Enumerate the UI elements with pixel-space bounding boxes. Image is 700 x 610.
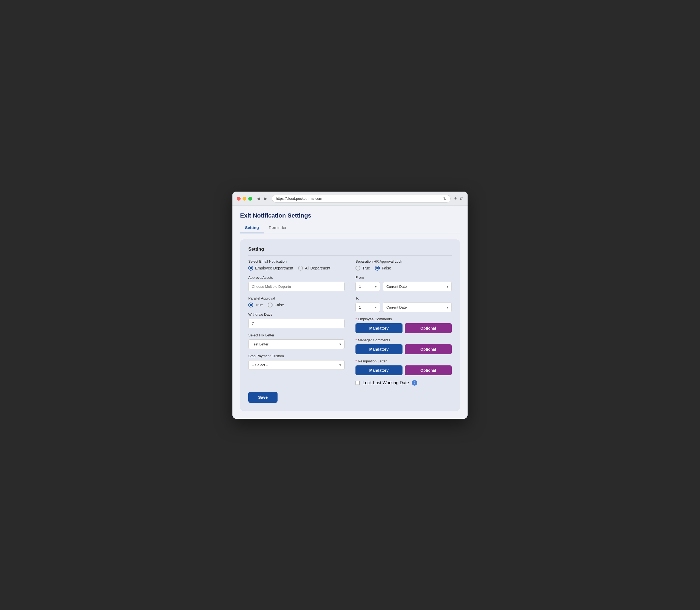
from-row: 12345 ▾ Current DateJoining DateLast Wor… xyxy=(356,282,452,291)
hr-letter-section: Select HR Letter Test Letter Option 2 ▾ xyxy=(248,333,344,349)
from-date-select[interactable]: Current DateJoining DateLast Working Dat… xyxy=(383,282,452,291)
stop-payment-select[interactable]: -- Select -- Option 1 Option 2 xyxy=(248,360,344,370)
radio-sep-false-label: False xyxy=(382,266,391,270)
traffic-lights xyxy=(237,197,252,200)
new-tab-icon[interactable]: + xyxy=(454,196,457,202)
radio-sep-false-circle xyxy=(375,266,380,271)
manager-comments-label: Manager Comments xyxy=(356,338,452,342)
separation-lock-section: Separation HR Approval Lock True False xyxy=(356,259,452,271)
page-title: Exit Notification Settings xyxy=(240,212,460,219)
resignation-letter-section: Resignation Letter Mandatory Optional xyxy=(356,359,452,375)
resignation-letter-label: Resignation Letter xyxy=(356,359,452,363)
browser-content: Exit Notification Settings Setting Remin… xyxy=(232,206,468,419)
employee-comments-label: Employee Comments xyxy=(356,317,452,321)
from-number-select[interactable]: 12345 xyxy=(356,282,380,291)
help-icon[interactable]: ? xyxy=(412,380,417,386)
url-text: https://cloud.pockethrms.com xyxy=(276,196,322,200)
to-row: 12345 ▾ Current DateJoining DateLast Wor… xyxy=(356,303,452,312)
browser-window: ◀ ▶ https://cloud.pockethrms.com ↻ + ⧉ E… xyxy=(232,192,468,419)
approva-assets-input[interactable] xyxy=(248,282,344,291)
tab-reminder[interactable]: Reminder xyxy=(264,223,292,234)
radio-sep-false[interactable]: False xyxy=(375,266,391,271)
email-notification-section: Select Email Notification Employee Depar… xyxy=(248,259,344,271)
from-section: From 12345 ▾ Current DateJoining DateLa xyxy=(356,275,452,291)
hr-letter-label: Select HR Letter xyxy=(248,333,344,337)
browser-actions: + ⧉ xyxy=(454,196,463,202)
parallel-approval-label: Parallel Approval xyxy=(248,296,344,300)
lock-last-working-label: Lock Last Working Date xyxy=(362,381,409,385)
stop-payment-select-wrapper: -- Select -- Option 1 Option 2 ▾ xyxy=(248,360,344,370)
from-label: From xyxy=(356,275,452,279)
to-date-wrapper: Current DateJoining DateLast Working Dat… xyxy=(383,303,452,312)
radio-sep-true-circle xyxy=(356,266,360,271)
withdraw-days-input[interactable] xyxy=(248,319,344,328)
withdraw-days-label: Withdraw Days xyxy=(248,312,344,317)
email-notification-radio-group: Employee Department All Department xyxy=(248,266,344,271)
radio-parallel-true-circle xyxy=(248,303,253,307)
back-button[interactable]: ◀ xyxy=(255,195,261,202)
employee-comments-section: Employee Comments Mandatory Optional xyxy=(356,317,452,333)
radio-all-dept-circle xyxy=(298,266,303,271)
left-column: Select Email Notification Employee Depar… xyxy=(248,259,344,386)
radio-sep-true[interactable]: True xyxy=(356,266,370,271)
radio-employee-department[interactable]: Employee Department xyxy=(248,266,293,271)
lock-last-working-checkbox[interactable] xyxy=(356,381,360,385)
radio-employee-dept-circle xyxy=(248,266,253,271)
reload-icon[interactable]: ↻ xyxy=(443,196,447,201)
from-date-wrapper: Current DateJoining DateLast Working Dat… xyxy=(383,282,452,291)
radio-all-dept-label: All Department xyxy=(305,266,330,270)
manager-comments-btn-group: Mandatory Optional xyxy=(356,344,452,354)
to-section: To 12345 ▾ Current DateJoining DateLast xyxy=(356,296,452,312)
email-notification-label: Select Email Notification xyxy=(248,259,344,263)
withdraw-days-section: Withdraw Days xyxy=(248,312,344,328)
employee-comments-btn-group: Mandatory Optional xyxy=(356,323,452,333)
stop-payment-section: Stop Payment Custom -- Select -- Option … xyxy=(248,354,344,370)
radio-parallel-false[interactable]: False xyxy=(268,303,284,307)
hr-letter-select[interactable]: Test Letter Option 2 xyxy=(248,339,344,349)
resignation-mandatory-button[interactable]: Mandatory xyxy=(356,365,403,375)
hr-letter-select-wrapper: Test Letter Option 2 ▾ xyxy=(248,339,344,349)
separation-lock-label: Separation HR Approval Lock xyxy=(356,259,452,263)
close-window-button[interactable] xyxy=(237,197,240,200)
stop-payment-label: Stop Payment Custom xyxy=(248,354,344,358)
radio-parallel-true-label: True xyxy=(255,303,263,307)
radio-employee-dept-label: Employee Department xyxy=(255,266,293,270)
manager-mandatory-button[interactable]: Mandatory xyxy=(356,344,403,354)
to-date-select[interactable]: Current DateJoining DateLast Working Dat… xyxy=(383,303,452,312)
resignation-btn-group: Mandatory Optional xyxy=(356,365,452,375)
lock-last-working-row: Lock Last Working Date ? xyxy=(356,380,452,386)
right-column: Separation HR Approval Lock True False xyxy=(356,259,452,386)
parallel-approval-section: Parallel Approval True False xyxy=(248,296,344,307)
parallel-approval-radio-group: True False xyxy=(248,303,344,307)
to-number-wrapper: 12345 ▾ xyxy=(356,303,380,312)
address-bar[interactable]: https://cloud.pockethrms.com ↻ xyxy=(272,195,451,203)
nav-buttons: ◀ ▶ xyxy=(255,195,268,202)
duplicate-tab-icon[interactable]: ⧉ xyxy=(460,196,463,202)
tab-setting[interactable]: Setting xyxy=(240,223,264,234)
radio-sep-true-label: True xyxy=(362,266,370,270)
manager-comments-section: Manager Comments Mandatory Optional xyxy=(356,338,452,354)
employee-mandatory-button[interactable]: Mandatory xyxy=(356,323,403,333)
minimize-window-button[interactable] xyxy=(243,197,246,200)
forward-button[interactable]: ▶ xyxy=(263,195,268,202)
employee-optional-button[interactable]: Optional xyxy=(405,323,452,333)
form-grid: Select Email Notification Employee Depar… xyxy=(248,259,452,386)
manager-optional-button[interactable]: Optional xyxy=(405,344,452,354)
resignation-optional-button[interactable]: Optional xyxy=(405,365,452,375)
save-button[interactable]: Save xyxy=(248,392,278,403)
tabs: Setting Reminder xyxy=(240,223,460,234)
radio-parallel-false-circle xyxy=(268,303,273,307)
separation-lock-radio-group: True False xyxy=(356,266,452,271)
from-number-wrapper: 12345 ▾ xyxy=(356,282,380,291)
radio-all-department[interactable]: All Department xyxy=(298,266,330,271)
maximize-window-button[interactable] xyxy=(248,197,252,200)
to-label: To xyxy=(356,296,452,300)
radio-parallel-false-label: False xyxy=(275,303,284,307)
card-title: Setting xyxy=(248,246,452,256)
radio-parallel-true[interactable]: True xyxy=(248,303,263,307)
approva-assets-section: Approva Assets xyxy=(248,275,344,291)
approva-assets-label: Approva Assets xyxy=(248,275,344,279)
to-number-select[interactable]: 12345 xyxy=(356,303,380,312)
settings-card: Setting Select Email Notification Employ… xyxy=(240,239,460,411)
browser-chrome: ◀ ▶ https://cloud.pockethrms.com ↻ + ⧉ xyxy=(232,192,468,206)
